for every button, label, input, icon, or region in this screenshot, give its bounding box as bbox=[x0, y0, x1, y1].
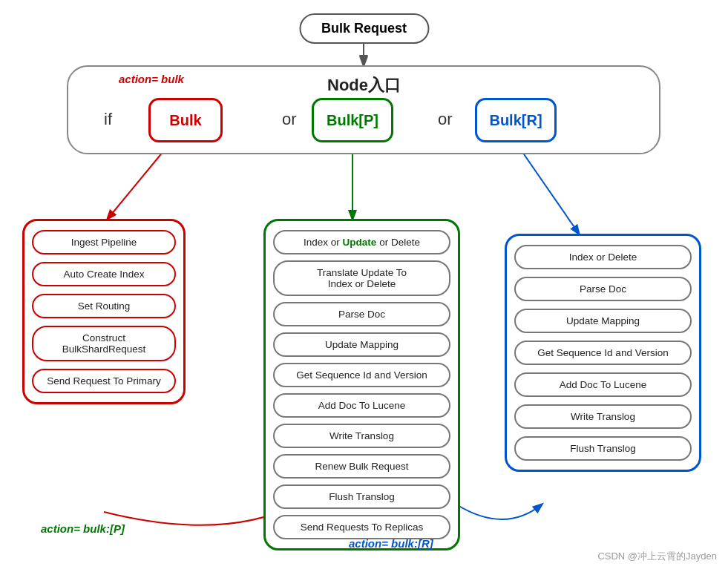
bulk-box: Bulk bbox=[148, 98, 223, 142]
left-item-1: Ingest Pipeline bbox=[32, 230, 176, 254]
middle-item-7: Write Translog bbox=[273, 424, 450, 448]
middle-item-5: Get Sequence Id and Version bbox=[273, 363, 450, 387]
left-item-5: Send Request To Primary bbox=[32, 369, 176, 393]
right-item-7: Flush Translog bbox=[514, 436, 692, 461]
middle-item-9: Flush Translog bbox=[273, 484, 450, 509]
middle-item-8: Renew Bulk Request bbox=[273, 454, 450, 479]
middle-item-1: Index or Update or Delete bbox=[273, 230, 450, 254]
bulkp-box: Bulk[P] bbox=[312, 98, 393, 142]
if-label: if bbox=[104, 110, 112, 129]
middle-item-4: Update Mapping bbox=[273, 332, 450, 357]
action-bulk-label: action= bulk bbox=[119, 73, 184, 85]
action-bulkp-label: action= bulk:[P] bbox=[41, 522, 125, 535]
left-item-2: Auto Create Index bbox=[32, 262, 176, 286]
left-item-3: Set Routing bbox=[32, 294, 176, 318]
action-bulkr-label: action= bulk:[R] bbox=[349, 537, 433, 550]
right-item-5: Add Doc To Lucene bbox=[514, 372, 692, 397]
left-item-4: Construct BulkShardRequest bbox=[32, 326, 176, 361]
right-item-3: Update Mapping bbox=[514, 309, 692, 333]
right-item-2: Parse Doc bbox=[514, 277, 692, 301]
or-label-1: or bbox=[282, 110, 297, 129]
right-column: Index or Delete Parse Doc Update Mapping… bbox=[505, 234, 701, 472]
middle-item-6: Add Doc To Lucene bbox=[273, 393, 450, 418]
right-item-4: Get Sequence Id and Version bbox=[514, 341, 692, 365]
right-item-1: Index or Delete bbox=[514, 245, 692, 269]
middle-column: Index or Update or Delete Translate Upda… bbox=[263, 219, 460, 550]
diagram: Bulk Request Node入口 action= bulk if Bulk… bbox=[0, 0, 728, 572]
bulkr-box: Bulk[R] bbox=[475, 98, 557, 142]
or-label-2: or bbox=[438, 110, 453, 129]
right-item-6: Write Translog bbox=[514, 404, 692, 429]
middle-item-10: Send Requests To Replicas bbox=[273, 515, 450, 539]
bulk-request-node: Bulk Request bbox=[299, 13, 429, 44]
middle-item-3: Parse Doc bbox=[273, 302, 450, 326]
left-column: Ingest Pipeline Auto Create Index Set Ro… bbox=[22, 219, 186, 404]
bulk-request-label: Bulk Request bbox=[321, 21, 407, 36]
middle-item-2: Translate Update ToIndex or Delete bbox=[273, 260, 450, 296]
node-entry-label: Node入口 bbox=[327, 74, 401, 96]
watermark: CSDN @冲上云霄的Jayden bbox=[597, 550, 717, 563]
